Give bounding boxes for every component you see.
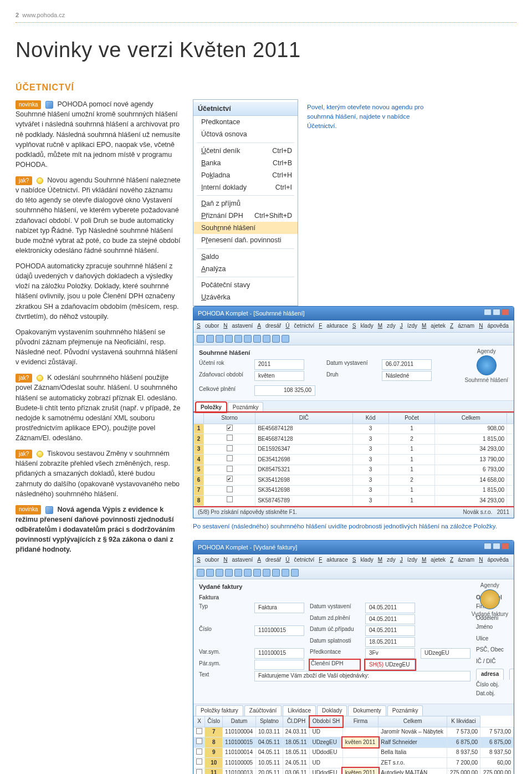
- agenda-icon: [477, 355, 497, 375]
- menu-item[interactable]: Účtová osnova: [193, 128, 298, 140]
- window-buttons[interactable]: [483, 543, 509, 552]
- bulb-icon: [37, 375, 43, 381]
- toolbar-icon: [253, 335, 261, 343]
- toolbar-icon: [225, 335, 233, 343]
- screenshot-vydane-faktury: POHODA Komplet - [Vydané faktury] Soubor…: [193, 540, 514, 774]
- toolbar[interactable]: [193, 333, 514, 345]
- bulb-icon: [37, 451, 43, 457]
- badge-jak-2: jak?: [16, 374, 32, 383]
- menu-item[interactable]: Interní dokladyCtrl+I: [193, 181, 298, 194]
- caption-1: Povel, kterým otevřete novou agendu pro …: [307, 103, 440, 130]
- toolbar[interactable]: [193, 567, 514, 579]
- section-heading: ÚČETNICTVÍ: [16, 81, 516, 94]
- toolbar-icon: [234, 335, 242, 343]
- cube-icon: [45, 101, 53, 109]
- screenshot-souhrnne-hlaseni: POHODA Komplet - [Souhrnné hlášení] Soub…: [193, 306, 514, 518]
- toolbar-icon: [272, 335, 280, 343]
- toolbar-icon: [197, 335, 204, 343]
- badge-jak-3: jak?: [16, 450, 32, 459]
- data-grid[interactable]: XČísloDatumSplatnoČl.DPHObdobí SHFirmaCe…: [193, 716, 514, 774]
- screenshot-menu-ucetnictvi: Účetnictví PředkontaceÚčtová osnovaÚčetn…: [193, 99, 298, 306]
- toolbar-icon: [216, 335, 223, 343]
- menubar[interactable]: SouborNastaveníAdresářÚčetnictvíFakturac…: [193, 320, 514, 333]
- menu-item[interactable]: Předkontace: [193, 116, 298, 128]
- menu-item[interactable]: Účetní deníkCtrl+D: [193, 145, 298, 157]
- menu-item[interactable]: Počáteční stavy: [193, 279, 298, 291]
- menu-item[interactable]: Přenesení daň. povinnosti: [193, 234, 298, 246]
- badge-jak-1: jak?: [16, 176, 32, 186]
- grid-tabs[interactable]: Položky faktury Zaúčtování Likvidace Dok…: [193, 704, 514, 716]
- menubar[interactable]: SouborNastaveníAdresářÚčetnictvíFakturac…: [193, 554, 514, 567]
- menu-item[interactable]: Přiznání DPHCtrl+Shift+D: [193, 210, 298, 222]
- menu-item[interactable]: Saldo: [193, 251, 298, 263]
- tab-polozky: Položky: [196, 402, 227, 413]
- toolbar-icon: [206, 335, 214, 343]
- toolbar-icon: [282, 335, 289, 343]
- article-body: novinka POHODA pomocí nové agendy Souhrn…: [16, 99, 182, 774]
- header-divider: [16, 22, 516, 23]
- menu-item[interactable]: PokladnaCtrl+H: [193, 169, 298, 181]
- caption-2: Po sestavení (následného) souhrnného hlá…: [193, 522, 516, 531]
- running-header: 2 www.pohoda.cz: [16, 11, 516, 20]
- agendy-sidebar[interactable]: Agendy Souhrnné hlášení: [465, 348, 508, 385]
- cube-icon: [45, 506, 53, 514]
- toolbar-icon: [244, 335, 252, 343]
- menu-item[interactable]: Souhrnné hlášení: [193, 222, 298, 234]
- agendy-sidebar[interactable]: Agendy Vydané faktury: [472, 582, 508, 619]
- tab-poznamky: Poznámky: [228, 402, 264, 413]
- badge-novinka: novinka: [16, 100, 41, 110]
- toolbar-icon: [263, 335, 270, 343]
- page-title: Novinky ve verzi Květen 2011: [16, 35, 516, 65]
- grid-tabs[interactable]: Položky Poznámky: [193, 401, 514, 413]
- window-buttons[interactable]: [483, 309, 509, 318]
- badge-novinka-2: novinka: [16, 505, 41, 515]
- menu-item[interactable]: Analýza: [193, 263, 298, 275]
- agenda-icon: [480, 589, 500, 609]
- statusbar: (5/8) Pro získání nápovědy stiskněte F1.…: [193, 506, 514, 518]
- menu-item[interactable]: BankaCtrl+B: [193, 157, 298, 169]
- data-grid[interactable]: StornoDIČKódPočetCelkem1BE45687412831908…: [193, 413, 514, 506]
- menu-item[interactable]: Uzávěrka: [193, 291, 298, 303]
- menu-item[interactable]: Daň z příjmů: [193, 197, 298, 210]
- close-icon: [502, 543, 509, 549]
- bulb-icon: [37, 177, 43, 184]
- close-icon: [502, 309, 509, 315]
